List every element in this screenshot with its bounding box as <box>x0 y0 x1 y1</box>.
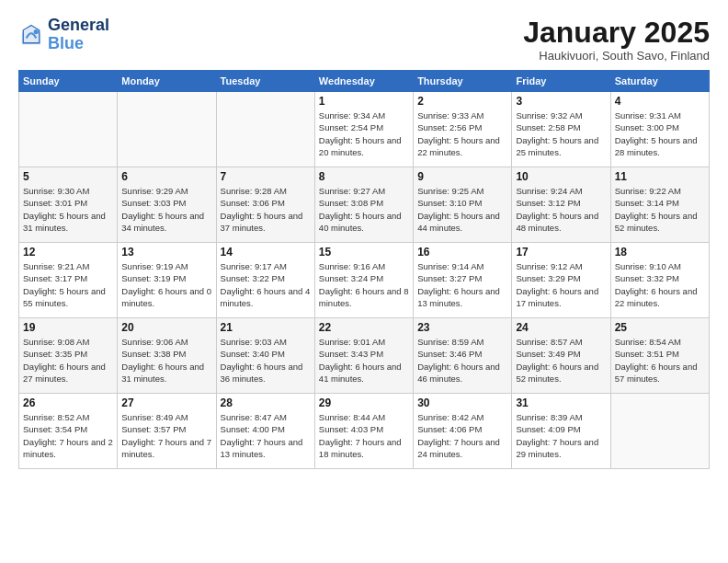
day-number: 8 <box>319 170 409 183</box>
day-detail: Sunrise: 9:28 AMSunset: 3:06 PMDaylight:… <box>221 185 311 234</box>
weekday-header-friday: Friday <box>512 71 610 92</box>
calendar-cell: 6Sunrise: 9:29 AMSunset: 3:03 PMDaylight… <box>118 167 216 243</box>
day-detail: Sunrise: 9:14 AMSunset: 3:27 PMDaylight:… <box>417 260 507 309</box>
day-detail: Sunrise: 9:21 AMSunset: 3:17 PMDaylight:… <box>23 260 113 309</box>
day-number: 11 <box>615 170 705 183</box>
calendar-cell <box>19 92 118 167</box>
calendar-cell: 16Sunrise: 9:14 AMSunset: 3:27 PMDayligh… <box>414 243 512 318</box>
day-number: 27 <box>121 396 211 409</box>
day-number: 4 <box>615 95 705 108</box>
calendar-cell: 29Sunrise: 8:44 AMSunset: 4:03 PMDayligh… <box>314 394 413 469</box>
day-number: 15 <box>319 246 409 259</box>
calendar-cell: 4Sunrise: 9:31 AMSunset: 3:00 PMDaylight… <box>610 92 709 167</box>
day-number: 17 <box>516 246 606 259</box>
calendar-cell: 20Sunrise: 9:06 AMSunset: 3:38 PMDayligh… <box>118 318 216 394</box>
day-detail: Sunrise: 9:17 AMSunset: 3:22 PMDaylight:… <box>221 260 311 309</box>
day-detail: Sunrise: 8:57 AMSunset: 3:49 PMDaylight:… <box>516 336 606 385</box>
day-number: 9 <box>417 170 507 183</box>
calendar-cell: 11Sunrise: 9:22 AMSunset: 3:14 PMDayligh… <box>610 167 709 243</box>
day-detail: Sunrise: 9:06 AMSunset: 3:38 PMDaylight:… <box>121 336 211 385</box>
calendar-week-4: 19Sunrise: 9:08 AMSunset: 3:35 PMDayligh… <box>19 318 710 394</box>
calendar-cell: 5Sunrise: 9:30 AMSunset: 3:01 PMDaylight… <box>19 167 118 243</box>
calendar-cell: 23Sunrise: 8:59 AMSunset: 3:46 PMDayligh… <box>414 318 512 394</box>
weekday-header-tuesday: Tuesday <box>216 71 314 92</box>
calendar-week-1: 1Sunrise: 9:34 AMSunset: 2:54 PMDaylight… <box>19 92 710 167</box>
day-detail: Sunrise: 9:12 AMSunset: 3:29 PMDaylight:… <box>516 260 606 309</box>
calendar-cell: 1Sunrise: 9:34 AMSunset: 2:54 PMDaylight… <box>314 92 413 167</box>
day-detail: Sunrise: 8:44 AMSunset: 4:03 PMDaylight:… <box>319 411 409 460</box>
calendar-cell: 12Sunrise: 9:21 AMSunset: 3:17 PMDayligh… <box>19 243 118 318</box>
calendar-cell: 14Sunrise: 9:17 AMSunset: 3:22 PMDayligh… <box>216 243 314 318</box>
calendar-cell: 22Sunrise: 9:01 AMSunset: 3:43 PMDayligh… <box>314 318 413 394</box>
calendar-week-2: 5Sunrise: 9:30 AMSunset: 3:01 PMDaylight… <box>19 167 710 243</box>
weekday-header-thursday: Thursday <box>414 71 512 92</box>
calendar-cell: 21Sunrise: 9:03 AMSunset: 3:40 PMDayligh… <box>216 318 314 394</box>
day-detail: Sunrise: 9:01 AMSunset: 3:43 PMDaylight:… <box>319 336 409 385</box>
calendar-cell: 27Sunrise: 8:49 AMSunset: 3:57 PMDayligh… <box>118 394 216 469</box>
day-detail: Sunrise: 8:52 AMSunset: 3:54 PMDaylight:… <box>23 411 113 460</box>
header: General Blue January 2025 Haukivuori, So… <box>18 17 710 63</box>
day-detail: Sunrise: 9:19 AMSunset: 3:19 PMDaylight:… <box>121 260 211 309</box>
weekday-header-sunday: Sunday <box>19 71 118 92</box>
month-title: January 2025 <box>523 17 710 49</box>
day-number: 21 <box>221 321 311 334</box>
day-number: 22 <box>319 321 409 334</box>
calendar-cell <box>118 92 216 167</box>
day-detail: Sunrise: 9:22 AMSunset: 3:14 PMDaylight:… <box>615 185 705 234</box>
calendar-cell: 15Sunrise: 9:16 AMSunset: 3:24 PMDayligh… <box>314 243 413 318</box>
day-detail: Sunrise: 8:59 AMSunset: 3:46 PMDaylight:… <box>417 336 507 385</box>
day-detail: Sunrise: 8:42 AMSunset: 4:06 PMDaylight:… <box>417 411 507 460</box>
svg-marker-0 <box>22 25 41 44</box>
calendar-cell: 26Sunrise: 8:52 AMSunset: 3:54 PMDayligh… <box>19 394 118 469</box>
day-number: 14 <box>221 246 311 259</box>
calendar-cell: 17Sunrise: 9:12 AMSunset: 3:29 PMDayligh… <box>512 243 610 318</box>
day-detail: Sunrise: 9:03 AMSunset: 3:40 PMDaylight:… <box>221 336 311 385</box>
day-number: 1 <box>319 95 409 108</box>
day-number: 10 <box>516 170 606 183</box>
day-number: 28 <box>221 396 311 409</box>
calendar-cell: 18Sunrise: 9:10 AMSunset: 3:32 PMDayligh… <box>610 243 709 318</box>
logo-text: General Blue <box>48 17 109 53</box>
weekday-header-row: SundayMondayTuesdayWednesdayThursdayFrid… <box>19 71 710 92</box>
calendar-cell: 10Sunrise: 9:24 AMSunset: 3:12 PMDayligh… <box>512 167 610 243</box>
calendar-cell: 19Sunrise: 9:08 AMSunset: 3:35 PMDayligh… <box>19 318 118 394</box>
calendar-cell: 8Sunrise: 9:27 AMSunset: 3:08 PMDaylight… <box>314 167 413 243</box>
title-block: January 2025 Haukivuori, South Savo, Fin… <box>523 17 710 63</box>
weekday-header-wednesday: Wednesday <box>314 71 413 92</box>
day-detail: Sunrise: 8:54 AMSunset: 3:51 PMDaylight:… <box>615 336 705 385</box>
day-detail: Sunrise: 9:08 AMSunset: 3:35 PMDaylight:… <box>23 336 113 385</box>
day-detail: Sunrise: 9:32 AMSunset: 2:58 PMDaylight:… <box>516 109 606 158</box>
weekday-header-saturday: Saturday <box>610 71 709 92</box>
calendar-cell: 7Sunrise: 9:28 AMSunset: 3:06 PMDaylight… <box>216 167 314 243</box>
logo-icon <box>18 22 44 48</box>
calendar-cell: 30Sunrise: 8:42 AMSunset: 4:06 PMDayligh… <box>414 394 512 469</box>
calendar-week-3: 12Sunrise: 9:21 AMSunset: 3:17 PMDayligh… <box>19 243 710 318</box>
logo: General Blue <box>18 17 109 53</box>
day-number: 24 <box>516 321 606 334</box>
day-detail: Sunrise: 9:16 AMSunset: 3:24 PMDaylight:… <box>319 260 409 309</box>
calendar-cell <box>216 92 314 167</box>
location: Haukivuori, South Savo, Finland <box>523 49 710 63</box>
day-number: 31 <box>516 396 606 409</box>
calendar-table: SundayMondayTuesdayWednesdayThursdayFrid… <box>18 70 710 469</box>
day-number: 30 <box>417 396 507 409</box>
day-number: 29 <box>319 396 409 409</box>
day-number: 2 <box>417 95 507 108</box>
day-number: 12 <box>23 246 113 259</box>
day-number: 23 <box>417 321 507 334</box>
day-detail: Sunrise: 9:24 AMSunset: 3:12 PMDaylight:… <box>516 185 606 234</box>
day-number: 5 <box>23 170 113 183</box>
day-detail: Sunrise: 9:31 AMSunset: 3:00 PMDaylight:… <box>615 109 705 158</box>
day-detail: Sunrise: 9:25 AMSunset: 3:10 PMDaylight:… <box>417 185 507 234</box>
day-number: 25 <box>615 321 705 334</box>
calendar-cell: 24Sunrise: 8:57 AMSunset: 3:49 PMDayligh… <box>512 318 610 394</box>
day-detail: Sunrise: 9:30 AMSunset: 3:01 PMDaylight:… <box>23 185 113 234</box>
calendar-cell: 28Sunrise: 8:47 AMSunset: 4:00 PMDayligh… <box>216 394 314 469</box>
day-number: 26 <box>23 396 113 409</box>
calendar-cell: 2Sunrise: 9:33 AMSunset: 2:56 PMDaylight… <box>414 92 512 167</box>
day-number: 6 <box>121 170 211 183</box>
day-detail: Sunrise: 8:49 AMSunset: 3:57 PMDaylight:… <box>121 411 211 460</box>
page: General Blue January 2025 Haukivuori, So… <box>0 0 728 563</box>
day-number: 13 <box>121 246 211 259</box>
day-number: 3 <box>516 95 606 108</box>
